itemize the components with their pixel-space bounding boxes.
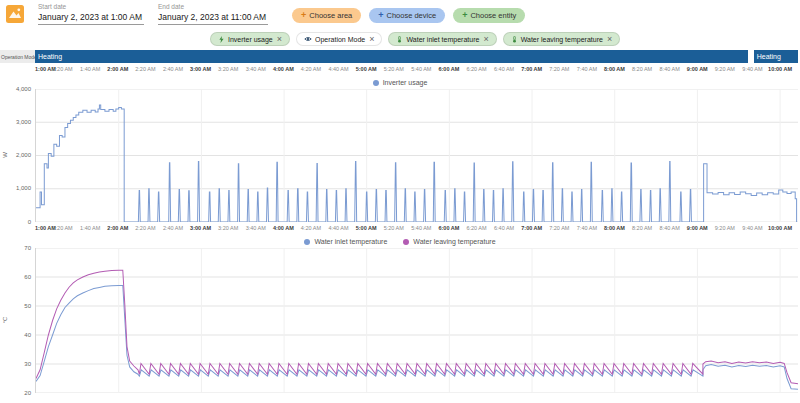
time-tick-label: 6:20 AM [466, 66, 486, 72]
chip-remove-icon[interactable]: × [483, 34, 488, 44]
time-tick-label: 6:00 AM [438, 225, 459, 231]
legend-item[interactable]: Water leaving temperature [403, 238, 495, 245]
timeline-entity-label: Operation Mode [0, 50, 35, 63]
time-tick-label: 1:40 AM [80, 66, 100, 72]
time-tick-label: 2:40 AM [163, 66, 183, 72]
legend-color-dot [373, 80, 379, 86]
entity-chip[interactable]: Operation Mode× [296, 32, 382, 46]
time-tick-label: 9:40 AM [742, 66, 762, 72]
time-tick-label: 5:00 AM [356, 225, 377, 231]
time-tick-label: 3:00 AM [190, 66, 211, 72]
end-date-input[interactable]: January 2, 2023 at 11:00 AM [158, 10, 268, 25]
time-tick-label: 2:00 AM [107, 66, 128, 72]
time-tick-label: 9:20 AM [715, 225, 735, 231]
y-tick-label: 50 [24, 303, 31, 309]
time-tick-label: 3:40 AM [246, 66, 266, 72]
time-tick-label: 10:00 AM [768, 225, 792, 231]
time-tick-label: 8:00 AM [604, 225, 625, 231]
time-tick-label: 2:20 AM [135, 66, 155, 72]
time-tick-label: 4:00 AM [273, 225, 294, 231]
choose-entity-button[interactable]: +Choose entity [453, 8, 525, 23]
time-tick-label: 1:20 AM [53, 225, 73, 231]
y-tick-label: 2,000 [16, 152, 31, 158]
time-tick-label: 5:20 AM [384, 225, 404, 231]
lightning-icon [218, 36, 225, 43]
chip-remove-icon[interactable]: × [369, 34, 374, 44]
chip-label: Water leaving temperature [521, 36, 603, 43]
water-temperature-plot[interactable] [35, 248, 798, 393]
start-date-field: Start date January 2, 2023 at 1:00 AM [38, 3, 144, 25]
legend-label: Inverter usage [383, 79, 428, 86]
time-tick-label: 9:20 AM [715, 66, 735, 72]
time-tick-label: 8:40 AM [660, 66, 680, 72]
end-date-label: End date [158, 3, 268, 10]
time-tick-label: 1:40 AM [80, 225, 100, 231]
time-tick-label: 3:40 AM [246, 225, 266, 231]
y-tick-label: 70 [24, 245, 31, 251]
y-tick-label: 4,000 [16, 86, 31, 92]
water-temperature-legend: Water inlet temperatureWater leaving tem… [0, 235, 800, 248]
inverter-usage-y-axis: W 4,0003,0002,0001,0000 [0, 89, 35, 222]
time-tick-label: 7:20 AM [549, 225, 569, 231]
time-axis-top: 1:00 AM1:20 AM1:40 AM2:00 AM2:20 AM2:40 … [35, 63, 798, 76]
y-tick-label: 60 [24, 274, 31, 280]
time-tick-label: 10:00 AM [768, 66, 792, 72]
time-tick-label: 9:40 AM [742, 225, 762, 231]
water-temperature-chart: Water inlet temperatureWater leaving tem… [0, 235, 800, 393]
entity-chip[interactable]: Water leaving temperature× [503, 32, 621, 46]
legend-label: Water leaving temperature [413, 238, 495, 245]
legend-item[interactable]: Inverter usage [373, 79, 428, 86]
choose-area-button-label: Choose area [309, 11, 352, 20]
entity-chip[interactable]: Water inlet temperature× [388, 32, 496, 46]
time-tick-label: 9:00 AM [687, 66, 708, 72]
time-tick-label: 6:40 AM [494, 66, 514, 72]
entity-chips: Inverter usage×Operation Mode×Water inle… [0, 30, 800, 50]
time-tick-label: 4:40 AM [328, 66, 348, 72]
choose-area-button[interactable]: +Choose area [292, 8, 361, 23]
legend-color-dot [403, 239, 409, 245]
time-tick-label: 7:40 AM [577, 66, 597, 72]
choose-buttons-group: +Choose area+Choose device+Choose entity [292, 8, 525, 23]
chip-remove-icon[interactable]: × [607, 34, 612, 44]
start-date-input[interactable]: January 2, 2023 at 1:00 AM [38, 10, 144, 25]
time-tick-label: 3:20 AM [218, 66, 238, 72]
time-tick-label: 8:20 AM [632, 225, 652, 231]
choose-entity-button-label: Choose entity [470, 11, 516, 20]
plus-icon: + [378, 11, 383, 20]
time-axis-chart1: 1:00 AM1:20 AM1:40 AM2:00 AM2:20 AM2:40 … [35, 222, 798, 235]
thermometer-icon [396, 36, 403, 43]
y-tick-label: 0 [28, 219, 31, 225]
timeline-segment-heating[interactable]: Heating [35, 50, 748, 63]
toolbar: Start date January 2, 2023 at 1:00 AM En… [0, 0, 800, 30]
time-tick-label: 8:40 AM [660, 225, 680, 231]
time-tick-label: 3:00 AM [190, 225, 211, 231]
plus-icon: + [301, 11, 306, 20]
time-tick-label: 4:20 AM [301, 225, 321, 231]
time-tick-label: 5:40 AM [411, 225, 431, 231]
water-temperature-y-axis: °C 706050403020 [0, 248, 35, 393]
plus-icon: + [462, 11, 467, 20]
entity-chip[interactable]: Inverter usage× [210, 32, 290, 46]
y-tick-label: 40 [24, 332, 31, 338]
legend-item[interactable]: Water inlet temperature [304, 238, 387, 245]
time-tick-label: 6:40 AM [494, 225, 514, 231]
choose-device-button[interactable]: +Choose device [369, 8, 445, 23]
inverter-usage-plot[interactable] [35, 89, 798, 222]
start-date-label: Start date [38, 3, 144, 10]
time-tick-label: 2:40 AM [163, 225, 183, 231]
inverter-usage-legend: Inverter usage [0, 76, 800, 89]
time-tick-label: 8:00 AM [604, 66, 625, 72]
legend-label: Water inlet temperature [314, 238, 387, 245]
chip-label: Water inlet temperature [406, 36, 479, 43]
y-axis-unit-label: W [2, 152, 8, 158]
time-tick-label: 4:40 AM [328, 225, 348, 231]
chip-remove-icon[interactable]: × [277, 34, 282, 44]
time-tick-label: 1:20 AM [53, 66, 73, 72]
time-tick-label: 2:20 AM [135, 225, 155, 231]
operation-mode-timeline-bar: HeatingHeating [35, 50, 798, 63]
time-tick-label: 9:00 AM [687, 225, 708, 231]
time-tick-label: 4:00 AM [273, 66, 294, 72]
timeline-segment-heating[interactable]: Heating [754, 50, 798, 63]
time-tick-label: 6:20 AM [466, 225, 486, 231]
y-tick-label: 1,000 [16, 185, 31, 191]
